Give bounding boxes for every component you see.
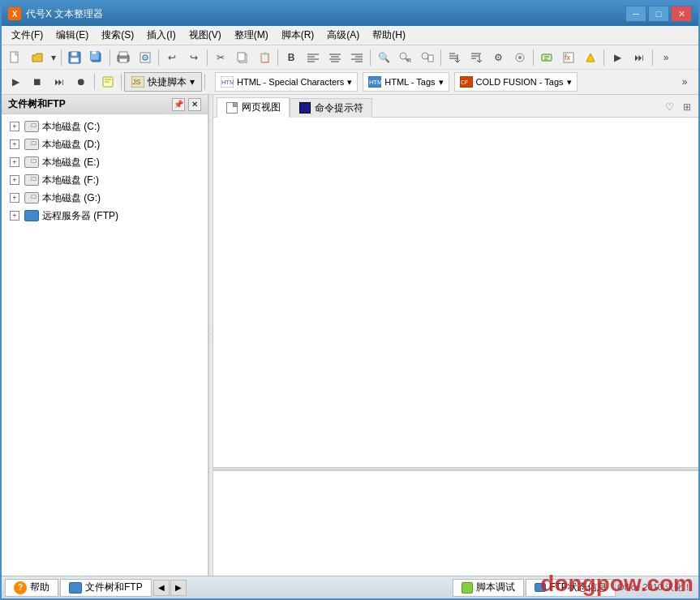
help-icon: ? — [14, 581, 27, 594]
tree-item-e[interactable]: + 本地磁盘 (E:) — [2, 153, 208, 171]
quick-script-dropdown-icon[interactable]: ▾ — [190, 76, 195, 88]
menu-insert[interactable]: 插入(I) — [140, 27, 182, 44]
menu-script[interactable]: 脚本(R) — [275, 27, 321, 44]
maximize-button[interactable]: □ — [648, 6, 669, 22]
step-btn[interactable]: ⏭ — [49, 72, 70, 92]
svg-rect-32 — [428, 55, 433, 62]
help-tab[interactable]: ? 帮助 — [5, 579, 58, 597]
expand-c[interactable]: + — [8, 120, 21, 133]
tab-pin-btn[interactable]: ⊞ — [679, 100, 695, 114]
title-bar-left: X 代号X 文本整理器 — [8, 7, 103, 21]
filetree-tab[interactable]: 文件树和FTP — [60, 579, 152, 597]
overflow2-btn[interactable]: » — [674, 72, 695, 92]
tree-item-f[interactable]: + 本地磁盘 (F:) — [2, 171, 208, 189]
watermark: dongpow.com — [540, 571, 694, 597]
settings2-btn[interactable] — [509, 48, 530, 67]
html-special-chars-btn[interactable]: HTM HTML - Special Characters ▾ — [215, 72, 358, 92]
tab-cmd[interactable]: 命令提示符 — [290, 98, 372, 118]
svg-text:M: M — [377, 79, 381, 85]
help-label: 帮助 — [30, 581, 49, 594]
play-btn[interactable]: ▶ — [5, 72, 26, 92]
search-btn[interactable]: 🔍 — [373, 48, 394, 67]
tree-label-e: 本地磁盘 (E:) — [42, 156, 100, 169]
tab-webpage-label: 网页视图 — [242, 101, 281, 114]
file-tree: + 本地磁盘 (C:) + 本地磁盘 (D:) + 本地磁盘 (E:) — [2, 114, 208, 576]
extra2-btn[interactable]: fx — [558, 48, 579, 67]
tab-webpage[interactable]: 网页视图 — [217, 97, 290, 118]
align-right-btn[interactable] — [346, 48, 367, 67]
nav-forward-btn[interactable]: ▶ — [170, 580, 187, 596]
menu-advanced[interactable]: 高级(A) — [320, 27, 366, 44]
save-all-btn[interactable] — [86, 48, 107, 67]
undo-btn[interactable]: ↩ — [161, 48, 183, 67]
cold-fusion-dropdown-icon[interactable]: ▾ — [567, 77, 572, 88]
svg-rect-2 — [71, 52, 77, 56]
menu-organize[interactable]: 整理(M) — [228, 27, 275, 44]
bold-btn[interactable]: B — [281, 48, 302, 67]
tree-label-g: 本地磁盘 (G:) — [42, 191, 101, 205]
nav-back-btn[interactable]: ◀ — [153, 580, 170, 596]
tab-heart-btn[interactable]: ♡ — [661, 100, 677, 114]
right-arrow-btn[interactable]: ▶ — [607, 48, 628, 67]
toolbar-area: ▾ ↩ ↪ ✂ 📋 B — [2, 45, 698, 95]
expand-ftp[interactable]: + — [8, 209, 21, 222]
main-content-panel — [213, 118, 698, 467]
new-file-btn[interactable] — [5, 48, 26, 67]
menu-file[interactable]: 文件(F) — [5, 27, 49, 44]
hdd-icon-e — [24, 156, 39, 169]
html-special-dropdown-icon[interactable]: ▾ — [347, 77, 352, 88]
cold-fusion-tags-btn[interactable]: CF COLD FUSION - Tags ▾ — [454, 72, 578, 92]
print-btn[interactable] — [113, 48, 134, 67]
print-preview-btn[interactable] — [135, 48, 156, 67]
sort-btn[interactable] — [444, 48, 465, 67]
search-replace-btn[interactable]: R — [395, 48, 416, 67]
menu-search[interactable]: 搜索(S) — [95, 27, 140, 44]
expand-e[interactable]: + — [8, 156, 21, 169]
sep3 — [158, 49, 159, 66]
close-button[interactable]: ✕ — [671, 6, 692, 22]
extra1-btn[interactable] — [536, 48, 557, 67]
record-btn[interactable]: ⏺ — [71, 72, 92, 92]
search-all-btn[interactable] — [417, 48, 438, 67]
cut-btn[interactable]: ✂ — [210, 48, 231, 67]
script-debug-tab[interactable]: 脚本调试 — [453, 579, 524, 597]
filetree-icon — [69, 582, 82, 594]
html-tags-dropdown-icon[interactable]: ▾ — [439, 77, 444, 88]
svg-point-42 — [518, 56, 522, 59]
paste-btn[interactable]: 📋 — [254, 48, 275, 67]
menu-edit[interactable]: 编辑(E) — [49, 27, 95, 44]
quick-script-button[interactable]: JS 快捷脚本 ▾ — [124, 72, 202, 92]
tree-item-c[interactable]: + 本地磁盘 (C:) — [2, 118, 208, 135]
expand-g[interactable]: + — [8, 191, 21, 204]
nav-buttons: ◀ ▶ — [153, 580, 187, 596]
end-btn[interactable]: ⏭ — [629, 48, 650, 67]
overflow-btn[interactable]: » — [655, 48, 676, 67]
tree-item-g[interactable]: + 本地磁盘 (G:) — [2, 189, 208, 207]
main-area: 文件树和FTP 📌 ✕ + 本地磁盘 (C:) + 本地磁盘 (D:) — [2, 95, 698, 576]
expand-f[interactable]: + — [8, 174, 21, 186]
align-center-btn[interactable] — [324, 48, 346, 67]
sidebar-close-btn[interactable]: ✕ — [188, 98, 201, 111]
html-tags-btn[interactable]: HTM HTML - Tags ▾ — [363, 72, 449, 92]
stop-btn[interactable]: ⏹ — [27, 72, 48, 92]
content-area: 网页视图 命令提示符 ♡ ⊞ ......... — [213, 95, 698, 576]
tree-item-d[interactable]: + 本地磁盘 (D:) — [2, 135, 208, 153]
extra3-btn[interactable] — [580, 48, 601, 67]
expand-d[interactable]: + — [8, 138, 21, 151]
tree-item-ftp[interactable]: + 远程服务器 (FTP) — [2, 207, 208, 225]
align-left-btn[interactable] — [303, 48, 324, 67]
script1-btn[interactable] — [97, 72, 118, 92]
copy-btn[interactable] — [232, 48, 253, 67]
settings-btn[interactable]: ⚙ — [487, 48, 509, 67]
redo-btn[interactable]: ↪ — [183, 48, 204, 67]
menu-help[interactable]: 帮助(H) — [366, 27, 412, 44]
sort2-btn[interactable] — [466, 48, 487, 67]
save-btn[interactable] — [64, 48, 85, 67]
main-window: X 代号X 文本整理器 ─ □ ✕ 文件(F) 编辑(E) 搜索(S) 插入(I… — [0, 0, 700, 600]
menu-view[interactable]: 视图(V) — [183, 27, 228, 44]
minimize-button[interactable]: ─ — [625, 6, 646, 22]
sidebar-pin-btn[interactable]: 📌 — [172, 98, 185, 111]
open-file-btn[interactable] — [27, 48, 48, 67]
open-dropdown-btn[interactable]: ▾ — [49, 48, 58, 67]
html-tags-label: HTML - Tags — [384, 77, 435, 87]
